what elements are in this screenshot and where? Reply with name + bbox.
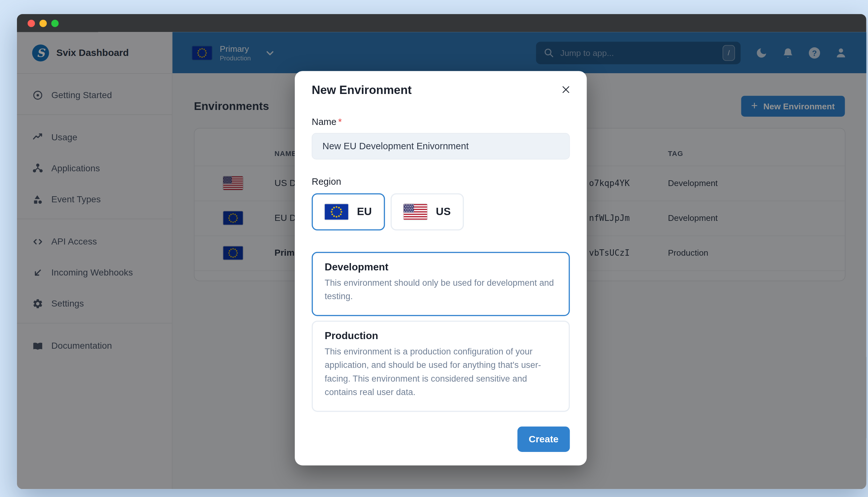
environment-name-input[interactable] <box>312 133 570 159</box>
required-asterisk: * <box>338 117 342 127</box>
region-option-us[interactable]: US <box>391 193 464 230</box>
close-window-button[interactable] <box>28 19 35 27</box>
region-code: US <box>436 205 451 218</box>
env-type-option-development[interactable]: Development This environment should only… <box>312 252 570 316</box>
region-option-eu[interactable]: EU <box>312 193 385 230</box>
screen: S Svix Dashboard Getting Started Usage <box>0 0 868 497</box>
new-environment-dialog: New Environment Name* Region EU US <box>295 71 587 465</box>
region-options: EU US <box>312 193 570 230</box>
dialog-title: New Environment <box>312 83 570 97</box>
eu-flag-icon <box>325 204 348 219</box>
minimize-window-button[interactable] <box>39 19 47 27</box>
region-code: EU <box>357 205 372 218</box>
name-label-text: Name <box>312 117 337 127</box>
close-dialog-button[interactable] <box>558 81 574 98</box>
zoom-window-button[interactable] <box>51 19 58 27</box>
name-label: Name* <box>312 117 570 127</box>
us-flag-icon <box>404 204 427 219</box>
env-type-title: Development <box>325 261 557 273</box>
create-button[interactable]: Create <box>517 427 570 452</box>
env-type-description: This environment should only be used for… <box>325 276 557 303</box>
env-type-description: This environment is a production configu… <box>325 345 557 399</box>
app-window: S Svix Dashboard Getting Started Usage <box>17 14 866 489</box>
close-icon <box>561 84 571 95</box>
window-titlebar <box>17 14 866 32</box>
env-type-option-production[interactable]: Production This environment is a product… <box>312 321 570 412</box>
env-type-title: Production <box>325 330 557 342</box>
region-label: Region <box>312 176 570 187</box>
